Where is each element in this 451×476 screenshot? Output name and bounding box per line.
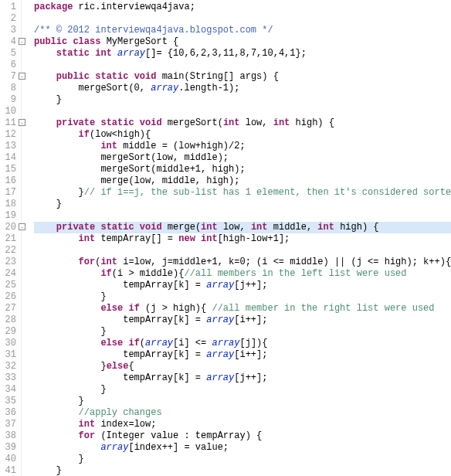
code-line[interactable]: mergeSort(low, middle); bbox=[34, 152, 451, 164]
token-field: array bbox=[117, 48, 145, 59]
token-plain: merge( bbox=[162, 222, 201, 233]
fold-toggle-icon[interactable]: - bbox=[19, 119, 25, 126]
token-plain: (low<high){ bbox=[90, 129, 151, 140]
token-plain: .length-1); bbox=[178, 83, 239, 94]
code-line[interactable]: static int array[]= {10,6,2,3,11,8,7,10,… bbox=[34, 48, 451, 60]
code-line[interactable]: tempArray[k] = array[j++]; bbox=[34, 280, 451, 291]
fold-toggle-icon[interactable]: - bbox=[19, 223, 25, 230]
token-plain bbox=[34, 430, 79, 441]
token-plain bbox=[34, 303, 100, 314]
fold-toggle-icon[interactable]: - bbox=[19, 38, 25, 45]
code-line[interactable]: } bbox=[34, 199, 451, 210]
token-plain: tempArray[] = bbox=[95, 233, 178, 244]
line-number: 2 bbox=[2, 13, 16, 25]
token-plain: middle, bbox=[268, 222, 318, 233]
token-plain: } bbox=[34, 384, 107, 395]
code-line[interactable]: private static void merge(int low, int m… bbox=[34, 222, 451, 233]
token-kw: static bbox=[95, 71, 128, 82]
line-number: 12 bbox=[2, 129, 16, 141]
token-plain: tempArray[k] = bbox=[34, 280, 206, 291]
code-line[interactable] bbox=[34, 210, 451, 222]
line-number: 29 bbox=[2, 326, 16, 338]
code-line[interactable]: if(i > middle){//all members in the left… bbox=[34, 268, 451, 280]
line-number: 3 bbox=[2, 25, 16, 36]
code-editor: 1234-567-891011-121314151617181920-21222… bbox=[0, 0, 451, 476]
code-line[interactable]: public static void main(String[] args) { bbox=[34, 71, 451, 83]
token-field: array bbox=[212, 338, 239, 348]
line-number: 37 bbox=[2, 419, 16, 430]
code-line[interactable]: }// if i==j, the sub-list has 1 element,… bbox=[34, 187, 451, 199]
token-kw: if bbox=[128, 303, 139, 314]
token-kw: static bbox=[100, 222, 134, 233]
token-plain: [j++]; bbox=[234, 280, 267, 291]
token-kw: class bbox=[73, 36, 100, 47]
code-line[interactable] bbox=[34, 60, 451, 71]
line-number: 24 bbox=[2, 268, 16, 280]
code-line[interactable] bbox=[34, 245, 451, 257]
token-plain: mergeSort( bbox=[162, 117, 223, 128]
token-plain bbox=[34, 442, 100, 453]
code-line[interactable]: tempArray[k] = array[j++]; bbox=[34, 372, 451, 384]
line-number: 5 bbox=[2, 48, 16, 60]
code-line[interactable]: else if (j > high){ //all member in the … bbox=[34, 303, 451, 314]
code-line[interactable]: mergeSort(0, array.length-1); bbox=[34, 83, 451, 94]
code-line[interactable]: /** © 2012 interviewqa4java.blogspot.com… bbox=[34, 25, 451, 36]
code-line[interactable]: }else{ bbox=[34, 361, 451, 372]
token-plain: (middle+1, high); bbox=[151, 164, 245, 175]
code-line[interactable]: //apply changes bbox=[34, 407, 451, 419]
code-line[interactable]: mergeSort(middle+1, high); bbox=[34, 164, 451, 175]
line-number: 21 bbox=[2, 233, 16, 245]
line-number: 41 bbox=[2, 465, 16, 476]
code-line[interactable]: } bbox=[34, 396, 451, 407]
fold-toggle-icon[interactable]: - bbox=[19, 73, 25, 80]
line-number: 4- bbox=[2, 36, 16, 48]
code-line[interactable]: int middle = (low+high)/2; bbox=[34, 141, 451, 152]
code-line[interactable]: merge(low, middle, high); bbox=[34, 175, 451, 187]
code-line[interactable]: package ric.interviewqa4java; bbox=[34, 2, 451, 13]
token-plain: MyMergeSort { bbox=[100, 36, 178, 47]
code-line[interactable] bbox=[34, 106, 451, 117]
code-line[interactable]: tempArray[k] = array[i++]; bbox=[34, 349, 451, 361]
code-line[interactable]: array[index++] = value; bbox=[34, 442, 451, 454]
token-plain bbox=[34, 407, 79, 418]
token-type: int bbox=[95, 48, 112, 59]
code-line[interactable]: for (Integer value : tempArray) { bbox=[34, 430, 451, 442]
code-line[interactable]: } bbox=[34, 454, 451, 465]
code-area[interactable]: package ric.interviewqa4java;/** © 2012 … bbox=[22, 0, 451, 476]
token-plain: main(String[] args) { bbox=[156, 71, 278, 82]
token-plain: low, bbox=[240, 117, 273, 128]
code-line[interactable]: } bbox=[34, 384, 451, 396]
code-line[interactable]: tempArray[k] = array[i++]; bbox=[34, 314, 451, 326]
token-plain bbox=[34, 233, 79, 244]
token-kw: else bbox=[107, 361, 129, 372]
token-comment: //all members in the left list were used bbox=[184, 268, 406, 279]
code-line[interactable]: } bbox=[34, 326, 451, 338]
token-kw: if bbox=[100, 268, 111, 279]
token-plain bbox=[34, 175, 100, 186]
code-line[interactable] bbox=[34, 13, 451, 25]
line-number: 16 bbox=[2, 175, 16, 187]
code-line[interactable]: } bbox=[34, 291, 451, 303]
token-kw: if bbox=[79, 129, 90, 140]
token-plain bbox=[34, 222, 56, 233]
code-line[interactable]: } bbox=[34, 94, 451, 106]
token-plain: low, bbox=[218, 222, 251, 233]
code-line[interactable]: private static void mergeSort(int low, i… bbox=[34, 117, 451, 129]
token-plain bbox=[34, 129, 79, 140]
code-line[interactable]: int tempArray[] = new int[high-low+1]; bbox=[34, 233, 451, 245]
code-line[interactable]: int index=low; bbox=[34, 419, 451, 430]
line-number: 32 bbox=[2, 361, 16, 372]
code-line[interactable]: else if(array[i] <= array[j]){ bbox=[34, 338, 451, 349]
token-type: int bbox=[100, 257, 117, 267]
token-plain: middle = (low+high)/2; bbox=[117, 141, 246, 151]
token-kw: for bbox=[79, 257, 96, 267]
code-line[interactable]: public class MyMergeSort { bbox=[34, 36, 451, 48]
token-plain: [j]){ bbox=[240, 338, 268, 348]
code-line[interactable]: if(low<high){ bbox=[34, 129, 451, 141]
token-type: int bbox=[79, 233, 96, 244]
token-plain: tempArray[k] = bbox=[34, 349, 206, 360]
token-plain: [j++]; bbox=[234, 372, 267, 383]
line-number: 39 bbox=[2, 442, 16, 454]
code-line[interactable]: } bbox=[34, 465, 451, 476]
code-line[interactable]: for(int i=low, j=middle+1, k=0; (i <= mi… bbox=[34, 257, 451, 268]
